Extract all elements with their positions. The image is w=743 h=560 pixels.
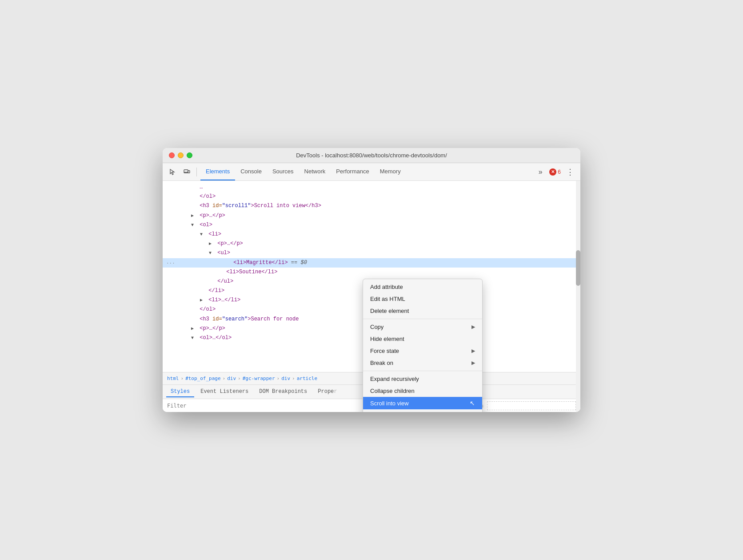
tree-triangle[interactable] bbox=[200, 297, 205, 304]
window-title: DevTools - localhost:8080/web/tools/chro… bbox=[296, 152, 447, 159]
scrollbar[interactable] bbox=[576, 181, 580, 412]
tab-event-listeners[interactable]: Event Listeners bbox=[196, 387, 253, 397]
device-toggle-button[interactable] bbox=[180, 166, 193, 178]
tab-nav: Elements Console Sources Network Perform… bbox=[200, 163, 532, 180]
dots-indicator: ... bbox=[166, 259, 175, 267]
toolbar-right: » ✕ 6 ⋮ bbox=[534, 166, 577, 178]
minimize-button[interactable] bbox=[178, 152, 184, 158]
tree-triangle[interactable] bbox=[191, 325, 196, 332]
ctx-label: Break on bbox=[370, 360, 393, 366]
tree-triangle[interactable] bbox=[209, 240, 214, 248]
ctx-label: Delete element bbox=[370, 308, 409, 314]
submenu-arrow-icon: ▶ bbox=[471, 360, 475, 366]
tag-text: <ol> bbox=[200, 222, 212, 228]
tab-elements[interactable]: Elements bbox=[200, 163, 235, 180]
tag-text: <ul> bbox=[217, 250, 230, 256]
ctx-label: Expand recursively bbox=[370, 376, 419, 382]
tag-text: <p>…</p> bbox=[200, 325, 225, 332]
devtools-window: DevTools - localhost:8080/web/tools/chro… bbox=[163, 148, 580, 412]
tag-text: <p>…</p> bbox=[200, 212, 225, 219]
tab-memory[interactable]: Memory bbox=[375, 163, 406, 180]
breadcrumb-div1[interactable]: div bbox=[227, 376, 236, 381]
dom-line: <ul> bbox=[163, 248, 580, 258]
dollar-zero: == $0 bbox=[291, 260, 307, 266]
error-badge[interactable]: ✕ 6 bbox=[549, 168, 561, 176]
tag-text: <ol>…</ol> bbox=[200, 335, 232, 341]
tag-text: <li>Soutine</li> bbox=[226, 269, 277, 275]
tag-text: <li>Magritte</li> bbox=[233, 260, 288, 266]
submenu-arrow-icon: ▶ bbox=[471, 324, 475, 330]
ctx-copy[interactable]: Copy ▶ bbox=[363, 321, 482, 333]
ctx-delete-element[interactable]: Delete element bbox=[363, 305, 482, 317]
ctx-label: Collapse children bbox=[370, 388, 415, 394]
tag-text: <li> bbox=[208, 231, 221, 237]
tab-performance[interactable]: Performance bbox=[331, 163, 374, 180]
ctx-add-attribute[interactable]: Add attribute bbox=[363, 281, 482, 293]
ctx-label: Add attribute bbox=[370, 284, 403, 290]
breadcrumb-html[interactable]: html bbox=[167, 376, 179, 381]
ctx-separator bbox=[363, 319, 482, 319]
dom-line: <ol> bbox=[163, 220, 580, 230]
ctx-edit-html[interactable]: Edit as HTML bbox=[363, 293, 482, 305]
tab-sources[interactable]: Sources bbox=[267, 163, 299, 180]
scrollbar-thumb[interactable] bbox=[576, 250, 580, 286]
toolbar: Elements Console Sources Network Perform… bbox=[163, 163, 580, 181]
inspect-element-button[interactable] bbox=[166, 166, 179, 178]
settings-button[interactable]: ⋮ bbox=[563, 166, 577, 178]
ctx-label: Scroll into view bbox=[370, 400, 409, 407]
toolbar-divider bbox=[196, 168, 197, 176]
ctx-label: Edit as HTML bbox=[370, 296, 405, 302]
dom-line: </ol> bbox=[163, 192, 580, 201]
tab-styles[interactable]: Styles bbox=[166, 387, 194, 397]
ctx-scroll-into-view[interactable]: Scroll into view ↖ bbox=[363, 397, 482, 409]
dom-line: <p>…</p> bbox=[163, 239, 580, 248]
breadcrumb-article[interactable]: article bbox=[297, 376, 317, 381]
tree-triangle[interactable] bbox=[191, 212, 196, 220]
tab-properties[interactable]: Proper bbox=[313, 387, 341, 397]
title-bar: DevTools - localhost:8080/web/tools/chro… bbox=[163, 148, 580, 163]
tag-text: <p>…</p> bbox=[217, 240, 243, 247]
tag-text: </ol> bbox=[200, 306, 216, 312]
tab-network[interactable]: Network bbox=[299, 163, 331, 180]
ctx-collapse-children[interactable]: Collapse children bbox=[363, 385, 482, 397]
error-count: 6 bbox=[558, 169, 561, 175]
dom-line: <h3 id="scroll1">Scroll into view</h3> bbox=[163, 201, 580, 211]
svg-rect-1 bbox=[188, 171, 190, 173]
ctx-break-on[interactable]: Break on ▶ bbox=[363, 357, 482, 369]
breadcrumb-top[interactable]: #top_of_page bbox=[185, 376, 220, 381]
tag-text: </ol> bbox=[200, 193, 216, 200]
filter-dashed-area bbox=[487, 401, 576, 410]
ctx-separator bbox=[363, 371, 482, 371]
tag-text: <h3 id="search">Search for node bbox=[200, 316, 299, 322]
ctx-focus[interactable]: Focus bbox=[363, 409, 482, 412]
close-button[interactable] bbox=[169, 152, 175, 158]
cursor-icon: ↖ bbox=[470, 400, 475, 407]
tab-dom-breakpoints[interactable]: DOM Breakpoints bbox=[255, 387, 312, 397]
ctx-hide-element[interactable]: Hide element bbox=[363, 333, 482, 345]
tab-console[interactable]: Console bbox=[235, 163, 267, 180]
tree-triangle[interactable] bbox=[209, 250, 214, 257]
tree-triangle[interactable] bbox=[200, 231, 205, 238]
ctx-label: Copy bbox=[370, 324, 383, 330]
tag-text: <h3 id="scroll1">Scroll into view</h3> bbox=[200, 203, 321, 209]
breadcrumb-div2[interactable]: div bbox=[281, 376, 290, 381]
tag-text: </ul> bbox=[217, 278, 233, 284]
ctx-expand-recursively[interactable]: Expand recursively bbox=[363, 373, 482, 385]
submenu-arrow-icon: ▶ bbox=[471, 348, 475, 354]
ctx-label: Hide element bbox=[370, 336, 404, 342]
tree-triangle[interactable] bbox=[191, 335, 196, 342]
tree-triangle[interactable] bbox=[191, 222, 196, 229]
dom-line-selected: ... <li>Magritte</li> == $0 bbox=[163, 258, 580, 268]
tag-text: </li> bbox=[208, 288, 224, 294]
maximize-button[interactable] bbox=[187, 152, 192, 158]
dom-line: <li>Soutine</li> bbox=[163, 268, 580, 277]
ctx-label: Force state bbox=[370, 348, 399, 354]
more-tabs-button[interactable]: » bbox=[534, 166, 547, 178]
breadcrumb-gc[interactable]: #gc-wrapper bbox=[243, 376, 275, 381]
ctx-force-state[interactable]: Force state ▶ bbox=[363, 345, 482, 357]
traffic-lights bbox=[169, 152, 192, 158]
tag-text: <li>…</li> bbox=[208, 297, 240, 303]
dom-line: <p>…</p> bbox=[163, 211, 580, 220]
more-tabs-icon: » bbox=[539, 168, 543, 176]
device-icon bbox=[183, 168, 190, 176]
